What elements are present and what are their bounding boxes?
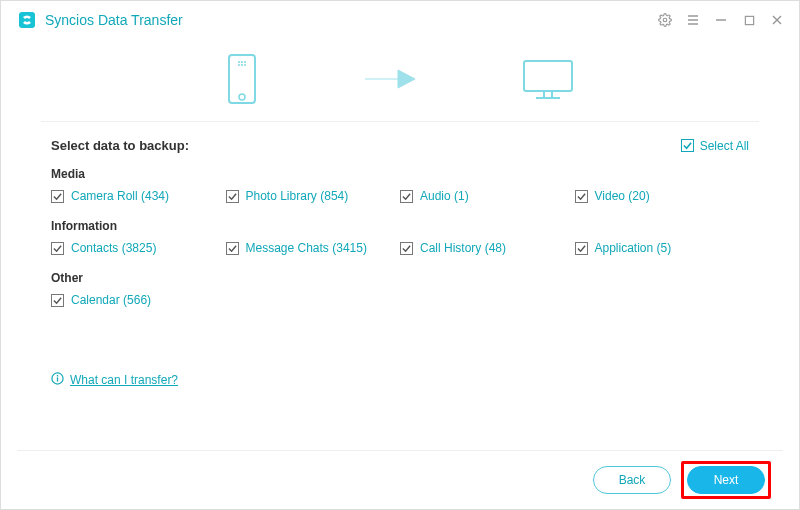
page-title: Select data to backup: — [51, 138, 189, 153]
checkbox-icon — [400, 190, 413, 203]
svg-point-15 — [241, 64, 243, 66]
item-video[interactable]: Video (20) — [575, 189, 750, 203]
item-audio[interactable]: Audio (1) — [400, 189, 575, 203]
item-application[interactable]: Application (5) — [575, 241, 750, 255]
svg-point-14 — [238, 64, 240, 66]
other-items: Calendar (566) — [51, 293, 749, 313]
item-camera-roll[interactable]: Camera Roll (434) — [51, 189, 226, 203]
help-link-text: What can I transfer? — [70, 373, 178, 387]
divider — [41, 121, 759, 122]
checkbox-icon — [226, 190, 239, 203]
close-icon[interactable] — [769, 12, 785, 28]
item-label: Call History (48) — [420, 241, 506, 255]
svg-rect-0 — [19, 12, 35, 28]
title-left: Syncios Data Transfer — [17, 10, 183, 30]
window-controls — [657, 12, 785, 28]
select-all-checkbox[interactable]: Select All — [681, 139, 749, 153]
select-all-label: Select All — [700, 139, 749, 153]
next-button-highlight: Next — [681, 461, 771, 499]
svg-point-10 — [239, 94, 245, 100]
item-label: Application (5) — [595, 241, 672, 255]
svg-point-22 — [57, 375, 59, 377]
app-logo-icon — [17, 10, 37, 30]
checkbox-icon — [400, 242, 413, 255]
next-button[interactable]: Next — [687, 466, 765, 494]
item-photo-library[interactable]: Photo Library (854) — [226, 189, 401, 203]
svg-point-1 — [663, 18, 667, 22]
item-label: Camera Roll (434) — [71, 189, 169, 203]
back-button[interactable]: Back — [593, 466, 671, 494]
checkbox-icon — [51, 190, 64, 203]
transfer-diagram — [1, 39, 799, 121]
titlebar: Syncios Data Transfer — [1, 1, 799, 39]
svg-rect-23 — [57, 377, 58, 381]
item-label: Message Chats (3415) — [246, 241, 367, 255]
back-button-label: Back — [619, 473, 646, 487]
help-link[interactable]: What can I transfer? — [51, 372, 178, 388]
app-window: Syncios Data Transfer — [0, 0, 800, 510]
gear-icon[interactable] — [657, 12, 673, 28]
item-label: Video (20) — [595, 189, 650, 203]
maximize-icon[interactable] — [741, 12, 757, 28]
item-contacts[interactable]: Contacts (3825) — [51, 241, 226, 255]
group-title-media: Media — [51, 167, 749, 181]
item-call-history[interactable]: Call History (48) — [400, 241, 575, 255]
svg-rect-17 — [524, 61, 572, 91]
checkbox-icon — [575, 242, 588, 255]
svg-rect-6 — [745, 16, 753, 24]
checkbox-icon — [51, 294, 64, 307]
item-label: Audio (1) — [420, 189, 469, 203]
footer: Back Next — [1, 451, 799, 509]
monitor-icon — [520, 55, 576, 103]
item-calendar[interactable]: Calendar (566) — [51, 293, 226, 307]
content-area: Select data to backup: Select All Media … — [1, 132, 799, 450]
phone-icon — [224, 53, 260, 105]
app-title: Syncios Data Transfer — [45, 12, 183, 28]
minimize-icon[interactable] — [713, 12, 729, 28]
svg-point-12 — [241, 61, 243, 63]
checkbox-icon — [51, 242, 64, 255]
media-items: Camera Roll (434) Photo Library (854) Au… — [51, 189, 749, 209]
checkbox-icon — [681, 139, 694, 152]
item-label: Contacts (3825) — [71, 241, 156, 255]
checkbox-icon — [575, 190, 588, 203]
information-items: Contacts (3825) Message Chats (3415) Cal… — [51, 241, 749, 261]
item-label: Photo Library (854) — [246, 189, 349, 203]
content-header: Select data to backup: Select All — [51, 138, 749, 153]
item-label: Calendar (566) — [71, 293, 151, 307]
group-title-information: Information — [51, 219, 749, 233]
svg-point-13 — [244, 61, 246, 63]
checkbox-icon — [226, 242, 239, 255]
next-button-label: Next — [714, 473, 739, 487]
item-message-chats[interactable]: Message Chats (3415) — [226, 241, 401, 255]
info-icon — [51, 372, 64, 388]
svg-point-16 — [244, 64, 246, 66]
menu-icon[interactable] — [685, 12, 701, 28]
arrow-right-icon — [360, 64, 420, 94]
group-title-other: Other — [51, 271, 749, 285]
svg-point-11 — [238, 61, 240, 63]
